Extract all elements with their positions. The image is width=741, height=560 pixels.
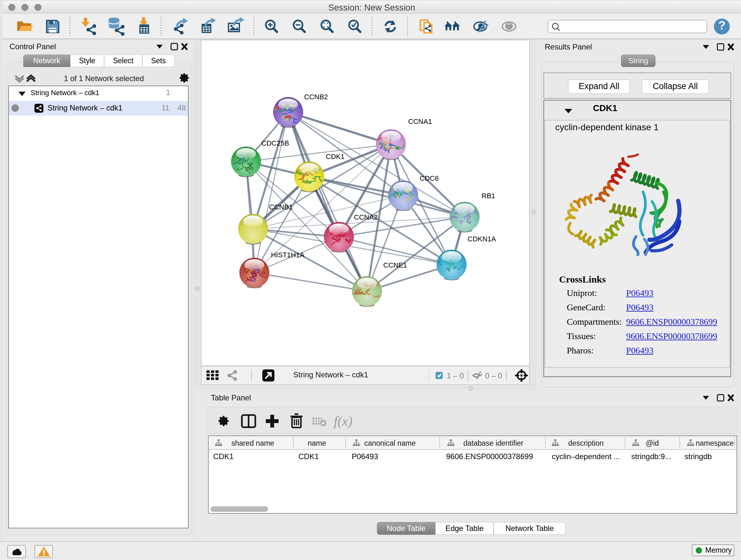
svg-text:CDC6: CDC6 — [420, 174, 439, 182]
svg-text:CCNB1: CCNB1 — [269, 203, 293, 211]
svg-text:namespace: namespace — [696, 439, 734, 447]
svg-text:stringdb:9...: stringdb:9... — [631, 452, 671, 461]
svg-text:@id: @id — [646, 439, 659, 447]
svg-text:P06493: P06493 — [352, 452, 378, 461]
svg-text:description: description — [568, 439, 603, 447]
svg-text:CDC25B: CDC25B — [261, 139, 289, 147]
svg-text:f(x): f(x) — [334, 414, 352, 429]
svg-text:name: name — [308, 439, 326, 447]
svg-text:CDK1: CDK1 — [326, 152, 345, 161]
svg-text:0 – 0: 0 – 0 — [485, 371, 502, 380]
svg-text:CCNA2: CCNA2 — [354, 213, 378, 221]
svg-text:HIST1H1A: HIST1H1A — [271, 251, 305, 259]
svg-text:CCNA1: CCNA1 — [408, 118, 432, 125]
svg-text:RB1: RB1 — [482, 192, 495, 200]
svg-text:CCNE1: CCNE1 — [383, 261, 407, 269]
svg-text:canonical name: canonical name — [364, 439, 415, 447]
svg-text:1 – 0: 1 – 0 — [447, 371, 464, 380]
svg-text:cyclin–dependent ...: cyclin–dependent ... — [552, 452, 620, 461]
svg-text:database identifier: database identifier — [463, 439, 523, 447]
svg-text:CDK1: CDK1 — [213, 452, 233, 461]
svg-text:stringdb: stringdb — [684, 452, 712, 461]
svg-text:CCNB2: CCNB2 — [304, 93, 328, 101]
svg-text:CDK1: CDK1 — [298, 452, 319, 461]
svg-text:CDKN1A: CDKN1A — [468, 235, 496, 243]
svg-text:shared name: shared name — [231, 439, 274, 447]
svg-text:9606.ENSP00000378699: 9606.ENSP00000378699 — [446, 452, 533, 461]
